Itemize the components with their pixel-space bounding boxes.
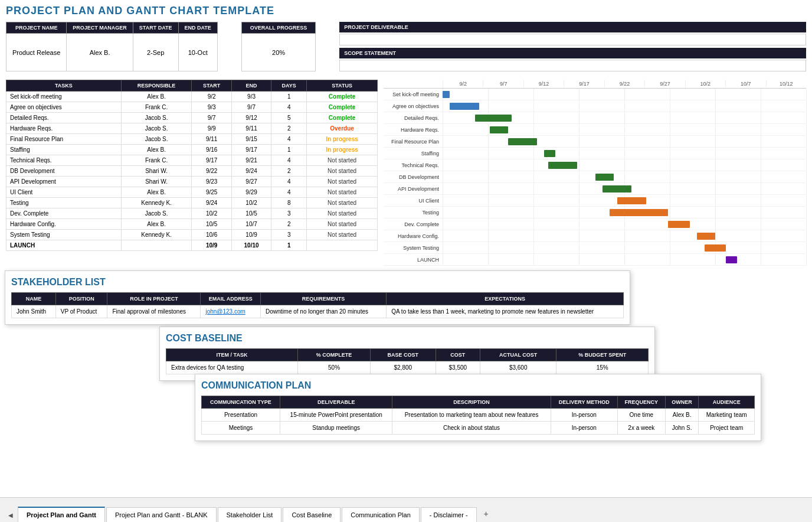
gantt-row: System Testing (384, 242, 806, 254)
deliverable-label: PROJECT DELIVERABLE (339, 22, 806, 32)
comm-col-header: DESCRIPTION (392, 396, 551, 409)
gantt-bar (475, 115, 512, 122)
tab-nav-left[interactable]: ◀ (6, 508, 15, 522)
gantt-row-bars (443, 89, 806, 100)
tab-item[interactable]: Communication Plan (342, 507, 420, 522)
gantt-bar (548, 162, 577, 169)
comm-frequency: One time (617, 409, 665, 422)
task-end: 9/15 (231, 134, 271, 145)
task-status: Overdue (307, 123, 378, 134)
deliverable-content (339, 34, 806, 45)
page-title: PROJECT PLAN AND GANTT CHART TEMPLATE (6, 5, 806, 17)
gantt-row: Dev. Complete (384, 218, 806, 230)
gantt-row-bars (443, 112, 806, 123)
task-row: Hardware Config. Alex B. 10/5 10/7 2 Not… (6, 219, 378, 230)
task-end: 9/12 (231, 113, 271, 123)
tab-item[interactable]: - Disclaimer - (421, 507, 477, 522)
project-name-header: PROJECT NAME (6, 22, 67, 34)
comm-col-header: DELIVERABLE (280, 396, 392, 409)
col-status: STATUS (307, 80, 378, 92)
cost-row: Extra devices for QA testing 50% $2,800 … (166, 361, 649, 374)
task-status: In progress (307, 134, 378, 145)
gantt-bar (450, 103, 479, 110)
gantt-row: API Development (384, 183, 806, 195)
gantt-row: Testing (384, 207, 806, 218)
task-name: Hardware Reqs. (6, 123, 122, 134)
stakeholder-email: john@123.com (201, 305, 261, 318)
comm-deliverable: 15-minute PowerPoint presentation (280, 409, 392, 422)
main-content: PROJECT PLAN AND GANTT CHART TEMPLATE PR… (0, 0, 812, 496)
start-date-value: 2-Sep (133, 34, 178, 71)
task-status: Complete (307, 92, 378, 102)
task-start: 9/9 (192, 123, 231, 134)
tab-item[interactable]: Project Plan and Gantt - BLANK (106, 507, 217, 522)
cost-pct-complete: 50% (297, 361, 370, 374)
gantt-row: Hardware Reqs. (384, 124, 806, 136)
gantt-bar (443, 91, 450, 98)
comm-col-header: AUDIENCE (699, 396, 755, 409)
task-start: 10/5 (192, 219, 231, 230)
gantt-row-label: Hardware Reqs. (384, 127, 443, 133)
comm-row: Presentation 15-minute PowerPoint presen… (202, 409, 755, 422)
task-row: UI Client Alex B. 9/25 9/29 4 Not starte… (6, 187, 378, 198)
task-end: 9/11 (231, 123, 271, 134)
comm-col-header: FREQUENCY (617, 396, 665, 409)
task-days: 4 (271, 102, 307, 113)
comm-row: Meetings Standup meetings Check in about… (202, 422, 755, 435)
task-end: 10/9 (231, 230, 271, 240)
gantt-row: Set kick-off meeting (384, 89, 806, 100)
gantt-dates: 9/29/79/129/179/229/2710/210/710/12 (443, 80, 806, 88)
task-responsible: Frank C. (121, 155, 192, 166)
comm-type: Meetings (202, 422, 280, 435)
task-name: LAUNCH (6, 240, 122, 251)
gantt-row: Final Resource Plan (384, 136, 806, 148)
tab-add-button[interactable]: + (478, 505, 495, 522)
col-tasks: TASKS (6, 80, 122, 92)
task-row: API Development Shari W. 9/23 9/27 4 Not… (6, 177, 378, 187)
overall-progress-value: 20% (241, 34, 315, 71)
task-days: 2 (271, 123, 307, 134)
task-row: Hardware Reqs. Jacob S. 9/9 9/11 2 Overd… (6, 123, 378, 134)
task-start: 9/23 (192, 177, 231, 187)
start-date-header: START DATE (133, 22, 178, 34)
task-responsible: Kennedy K. (121, 198, 192, 208)
gantt-row: DB Development (384, 171, 806, 183)
stakeholder-name: John Smith (12, 305, 56, 318)
tab-item[interactable]: Cost Baseline (283, 507, 340, 522)
task-name: Hardware Config. (6, 219, 122, 230)
task-days: 3 (271, 208, 307, 219)
task-name: DB Development (6, 166, 122, 177)
task-name: Detailed Reqs. (6, 113, 122, 123)
cost-title: COST BASELINE (166, 333, 649, 344)
cost-cost: $3,500 (436, 361, 480, 374)
task-name: API Development (6, 177, 122, 187)
tasks-section: TASKS RESPONSIBLE START END DAYS STATUS … (6, 80, 378, 266)
task-row: Final Resource Plan Jacob S. 9/11 9/15 4… (6, 134, 378, 145)
task-status: Complete (307, 113, 378, 123)
task-status: Not started (307, 177, 378, 187)
task-status: Not started (307, 166, 378, 177)
gantt-row-label: Hardware Config. (384, 233, 443, 239)
tasks-table: TASKS RESPONSIBLE START END DAYS STATUS … (6, 80, 378, 251)
cost-card: COST BASELINE ITEM / TASK% COMPLETEBASE … (159, 327, 655, 381)
comm-col-header: COMMUNICATION TYPE (202, 396, 280, 409)
tab-item[interactable]: Project Plan and Gantt (18, 507, 105, 522)
cost-col-header: % BUDGET SPENT (556, 349, 649, 361)
task-row: Staffing Alex B. 9/16 9/17 1 In progress (6, 145, 378, 155)
gantt-date-label: 10/2 (685, 80, 725, 88)
gantt-rows: Set kick-off meetingAgree on objectivesD… (384, 89, 806, 266)
task-days: 4 (271, 177, 307, 187)
comm-frequency: 2x a week (617, 422, 665, 435)
gantt-date-label: 10/12 (766, 80, 806, 88)
task-days: 2 (271, 166, 307, 177)
col-end: END (231, 80, 271, 92)
cost-table: ITEM / TASK% COMPLETEBASE COSTCOSTACTUAL… (166, 348, 649, 374)
gantt-row: Agree on objectives (384, 100, 806, 112)
stakeholder-table: NAMEPOSITIONROLE IN PROJECTEMAIL ADDRESS… (11, 292, 624, 318)
task-days: 1 (271, 92, 307, 102)
col-responsible: RESPONSIBLE (121, 80, 192, 92)
tab-item[interactable]: Stakeholder List (218, 507, 282, 522)
comm-owner: Alex B. (665, 409, 699, 422)
task-end: 10/5 (231, 208, 271, 219)
task-days: 4 (271, 134, 307, 145)
